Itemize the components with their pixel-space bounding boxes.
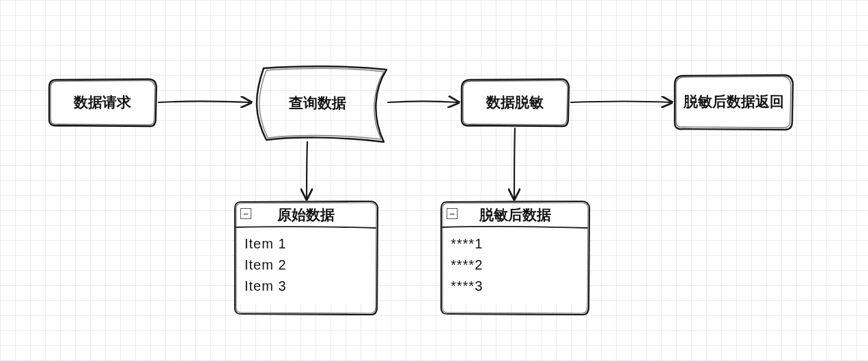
list-raw-header: − 原始数据 — [235, 201, 377, 229]
node-query-data: 查询数据 — [253, 67, 382, 139]
arrow-query-to-mask — [388, 102, 458, 103]
collapse-icon[interactable]: − — [240, 208, 251, 219]
list-masked-body: ****1 ****2 ****3 — [441, 229, 589, 304]
list-item: ****2 — [451, 255, 580, 276]
node-data-request: 数据请求 — [49, 79, 156, 126]
diagram-overlay — [0, 0, 868, 361]
list-item: Item 3 — [244, 276, 369, 297]
node-data-request-label: 数据请求 — [74, 93, 131, 112]
list-masked-title: 脱敏后数据 — [479, 207, 551, 222]
list-raw-data: − 原始数据 Item 1 Item 2 Item 3 — [235, 201, 377, 304]
list-masked-header: − 脱敏后数据 — [441, 201, 589, 229]
node-masked-return: 脱敏后数据返回 — [675, 75, 792, 128]
list-item: ****1 — [451, 233, 580, 255]
collapse-icon[interactable]: − — [447, 208, 458, 219]
node-query-data-label: 查询数据 — [289, 93, 346, 113]
node-data-masking-label: 数据脱敏 — [486, 93, 544, 112]
arrow-request-to-query — [158, 102, 250, 103]
list-masked-data: − 脱敏后数据 ****1 ****2 ****3 — [441, 201, 589, 304]
arrow-mask-to-return — [571, 102, 671, 103]
list-item: Item 1 — [244, 233, 369, 255]
list-item: ****3 — [451, 276, 580, 297]
list-item: Item 2 — [244, 255, 369, 276]
list-raw-body: Item 1 Item 2 Item 3 — [235, 229, 377, 304]
node-masked-return-label: 脱敏后数据返回 — [684, 92, 784, 111]
arrow-query-to-raw — [307, 142, 307, 198]
list-raw-title: 原始数据 — [277, 207, 335, 222]
node-data-masking: 数据脱敏 — [462, 79, 568, 126]
arrow-mask-to-masked — [514, 128, 515, 198]
